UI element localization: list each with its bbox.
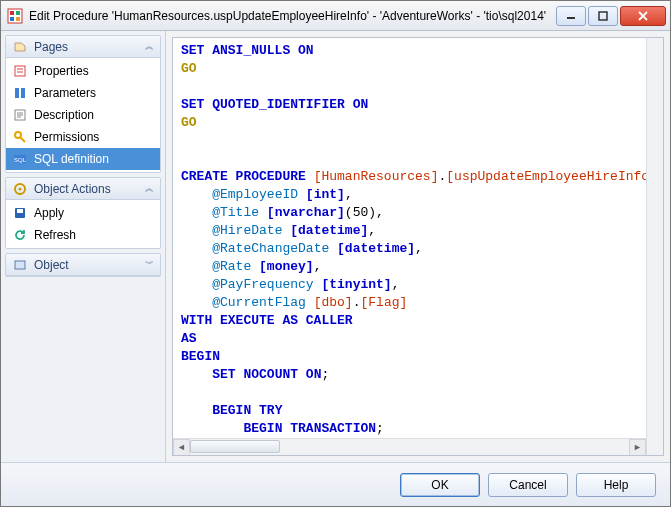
code-editor[interactable]: SET ANSI_NULLS ON GO SET QUOTED_IDENTIFI… (173, 38, 646, 438)
pages-list: PropertiesParametersDescriptionPermissio… (6, 58, 160, 172)
svg-rect-2 (16, 11, 20, 15)
nav-item-label: Properties (34, 64, 89, 78)
pages-icon (12, 39, 28, 55)
object-actions-title: Object Actions (34, 182, 139, 196)
object-header[interactable]: Object ︾ (6, 254, 160, 276)
nav-item-sql-definition[interactable]: SQLSQL definition (6, 148, 160, 170)
minimize-button[interactable] (556, 6, 586, 26)
nav-item-description[interactable]: Description (6, 104, 160, 126)
code-content: SET ANSI_NULLS ON GO SET QUOTED_IDENTIFI… (173, 38, 646, 438)
sql-icon: SQL (12, 151, 28, 167)
ok-button[interactable]: OK (400, 473, 480, 497)
horizontal-scrollbar[interactable]: ◄ ► (173, 438, 646, 455)
object-panel: Object ︾ (5, 253, 161, 277)
vertical-scrollbar[interactable] (646, 38, 663, 455)
gear-icon (12, 181, 28, 197)
object-title: Object (34, 258, 139, 272)
svg-rect-9 (15, 66, 25, 76)
scroll-track[interactable] (190, 439, 629, 456)
refresh-icon (12, 227, 28, 243)
pages-panel: Pages ︽ PropertiesParametersDescriptionP… (5, 35, 161, 173)
scroll-thumb[interactable] (190, 440, 280, 453)
svg-rect-12 (15, 88, 19, 98)
parameters-icon (12, 85, 28, 101)
nav-item-label: SQL definition (34, 152, 109, 166)
window-controls (556, 6, 666, 26)
pages-header[interactable]: Pages ︽ (6, 36, 160, 58)
svg-text:SQL: SQL (14, 157, 27, 163)
svg-rect-3 (10, 17, 14, 21)
nav-item-permissions[interactable]: Permissions (6, 126, 160, 148)
side-panel: Pages ︽ PropertiesParametersDescriptionP… (1, 31, 166, 462)
object-actions-header[interactable]: Object Actions ︽ (6, 178, 160, 200)
close-button[interactable] (620, 6, 666, 26)
svg-rect-13 (21, 88, 25, 98)
footer: OK Cancel Help (1, 462, 670, 506)
collapse-icon: ︽ (145, 40, 154, 53)
svg-rect-26 (15, 261, 25, 269)
object-icon (12, 257, 28, 273)
help-button[interactable]: Help (576, 473, 656, 497)
nav-item-parameters[interactable]: Parameters (6, 82, 160, 104)
svg-line-19 (20, 137, 25, 142)
cancel-button[interactable]: Cancel (488, 473, 568, 497)
description-icon (12, 107, 28, 123)
app-icon (7, 8, 23, 24)
permissions-icon (12, 129, 28, 145)
scroll-left-icon[interactable]: ◄ (173, 439, 190, 456)
svg-rect-4 (16, 17, 20, 21)
svg-point-23 (19, 187, 22, 190)
body: Pages ︽ PropertiesParametersDescriptionP… (1, 31, 670, 462)
svg-rect-6 (599, 12, 607, 20)
save-icon (12, 205, 28, 221)
object-actions-panel: Object Actions ︽ ApplyRefresh (5, 177, 161, 249)
window-title: Edit Procedure 'HumanResources.uspUpdate… (29, 9, 550, 23)
nav-item-label: Permissions (34, 130, 99, 144)
collapse-icon: ︽ (145, 182, 154, 195)
pages-title: Pages (34, 40, 139, 54)
editor-frame: SET ANSI_NULLS ON GO SET QUOTED_IDENTIFI… (172, 37, 664, 456)
action-label: Refresh (34, 228, 76, 242)
nav-item-label: Description (34, 108, 94, 122)
svg-rect-1 (10, 11, 14, 15)
titlebar: Edit Procedure 'HumanResources.uspUpdate… (1, 1, 670, 31)
action-apply[interactable]: Apply (6, 202, 160, 224)
nav-item-properties[interactable]: Properties (6, 60, 160, 82)
actions-list: ApplyRefresh (6, 200, 160, 248)
nav-item-label: Parameters (34, 86, 96, 100)
svg-rect-25 (17, 209, 23, 213)
expand-icon: ︾ (145, 258, 154, 271)
window: Edit Procedure 'HumanResources.uspUpdate… (0, 0, 671, 507)
action-label: Apply (34, 206, 64, 220)
action-refresh[interactable]: Refresh (6, 224, 160, 246)
maximize-button[interactable] (588, 6, 618, 26)
properties-icon (12, 63, 28, 79)
main-panel: SET ANSI_NULLS ON GO SET QUOTED_IDENTIFI… (166, 31, 670, 462)
scroll-right-icon[interactable]: ► (629, 439, 646, 456)
